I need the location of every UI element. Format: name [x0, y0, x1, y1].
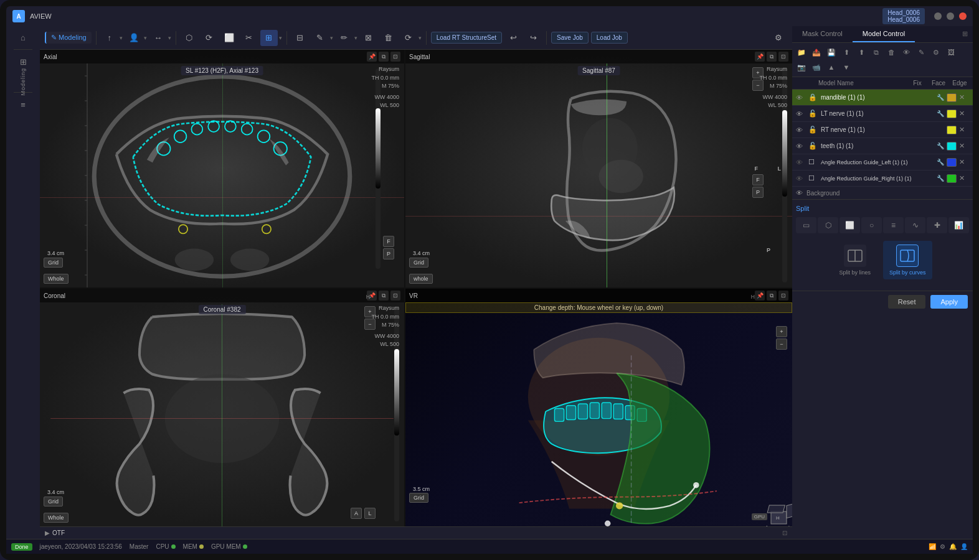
vr-grid-btn[interactable]: Grid	[409, 493, 428, 503]
model-control-tab[interactable]: Model Control	[853, 26, 915, 42]
model-item-angle-right[interactable]: 👁 ☐ Angle Reduction Guide_Right (1) (1) …	[792, 170, 973, 187]
teeth-del-icon[interactable]: ✕	[959, 142, 969, 150]
close-button[interactable]	[959, 12, 967, 20]
split-by-curves-btn[interactable]: Split by curves	[883, 241, 932, 279]
axial-expand-icon[interactable]: ⊡	[390, 52, 400, 62]
mt-eye-btn[interactable]: 👁	[899, 45, 913, 59]
split-tool-8[interactable]: 📊	[948, 217, 969, 233]
sagittal-viewport[interactable]: Sagittal 📌 ⧉ ⊡ Sagittal #87 Raysum TH 0.…	[405, 50, 792, 287]
split-tool-7[interactable]: ✚	[927, 217, 947, 233]
panel-expand-icon[interactable]: ⊞	[957, 26, 973, 42]
model-item-teeth[interactable]: 👁 🔓 teeth (1) (1) 🔧 ✕	[792, 138, 973, 154]
axial-nav-f-btn[interactable]: F	[383, 236, 394, 247]
redo-btn[interactable]: ↪	[524, 30, 542, 46]
rt-nerve-del-icon[interactable]: ✕	[959, 126, 969, 134]
mt-video-btn[interactable]: 📹	[810, 60, 823, 74]
axial-whole-btn[interactable]: Whole	[44, 274, 69, 284]
split-tool-5[interactable]: ≡	[883, 217, 904, 233]
load-rt-btn[interactable]: Load RT StructureSet	[431, 32, 502, 44]
modeler-tab[interactable]: ✎ Modeling	[45, 32, 92, 44]
mt-delete-btn[interactable]: 🗑	[884, 45, 898, 59]
mandible-del-icon[interactable]: ✕	[959, 93, 969, 101]
reset-button[interactable]: Reset	[888, 295, 926, 309]
rt-nerve-lock-icon[interactable]: 🔓	[808, 126, 818, 134]
rt-nerve-visible-icon[interactable]: 👁	[796, 126, 806, 134]
rt-nerve-color[interactable]	[947, 126, 957, 134]
toolbar-delete-btn[interactable]: 🗑	[380, 30, 397, 46]
axial-viewport[interactable]: Axial 📌 ⧉ ⊡ SL #123 (H2F), Axial #123 Ra…	[40, 50, 404, 287]
model-item-angle-left[interactable]: 👁 ☐ Angle Reduction Guide_Left (1) (1) 🔧…	[792, 154, 973, 170]
angle-left-checkbox[interactable]: ☐	[808, 158, 818, 166]
vr-pin-icon[interactable]: 📌	[755, 291, 765, 301]
coronal-nav-l-btn[interactable]: L	[364, 508, 376, 519]
coronal-nav-a-btn[interactable]: A	[351, 508, 362, 519]
mandible-color[interactable]	[947, 93, 957, 102]
split-tool-2[interactable]: ⬡	[818, 217, 838, 233]
teeth-lock-icon[interactable]: 🔓	[808, 142, 818, 150]
toolbar-move-dropdown-icon[interactable]: ▾	[168, 35, 171, 41]
load-job-btn[interactable]: Load Job	[591, 32, 628, 44]
toolbar-settings-btn[interactable]: ⚙	[770, 30, 787, 46]
angle-right-checkbox[interactable]: ☐	[808, 174, 818, 182]
mandible-lock-icon[interactable]: 🔒	[808, 93, 818, 101]
vr-nav-cube[interactable]: H A L	[765, 499, 787, 521]
mt-settings-btn[interactable]: ⚙	[929, 45, 943, 59]
lt-nerve-fix-icon[interactable]: 🔧	[937, 110, 944, 117]
teeth-visible-icon[interactable]: 👁	[796, 142, 806, 150]
sagittal-grid-btn[interactable]: Grid	[409, 258, 428, 268]
angle-left-fix-icon[interactable]: 🔧	[937, 159, 944, 166]
maximize-button[interactable]	[947, 12, 954, 20]
sidebar-home-icon[interactable]: ⌂	[12, 29, 34, 46]
mt-edit-btn[interactable]: ✎	[914, 45, 928, 59]
axial-pin-icon[interactable]: 📌	[367, 52, 377, 62]
lt-nerve-lock-icon[interactable]: 🔓	[808, 110, 818, 118]
angle-left-del-icon[interactable]: ✕	[959, 158, 969, 166]
otf-expand-icon[interactable]: ⊡	[782, 530, 787, 536]
vr-viewport[interactable]: Change depth: Mouse wheel or key (up, do…	[405, 289, 792, 526]
status-bell-icon[interactable]: 🔔	[949, 543, 957, 550]
mandible-visible-icon[interactable]: 👁	[796, 94, 806, 101]
sagittal-nav-p2-btn[interactable]: P	[752, 187, 764, 198]
minimize-button[interactable]	[934, 12, 942, 20]
mt-up2-btn[interactable]: ⬆	[854, 45, 868, 59]
mt-new-btn[interactable]: 📁	[795, 45, 808, 59]
angle-right-visible-icon[interactable]: 👁	[796, 175, 806, 182]
status-settings-icon[interactable]: ⚙	[940, 543, 945, 550]
sidebar-modeler-icon[interactable]: Modeling	[12, 72, 34, 89]
sagittal-pin-icon[interactable]: 📌	[755, 52, 765, 62]
user-badge[interactable]: Head_0006 Head_0006	[882, 8, 925, 24]
toolbar-segment-btn[interactable]: ⬡	[181, 30, 198, 46]
mt-copy-btn[interactable]: ⧉	[869, 45, 883, 59]
coronal-grid-btn[interactable]: Grid	[44, 497, 63, 506]
split-tool-1[interactable]: ▭	[796, 217, 816, 233]
vr-scroll-up-btn[interactable]: +	[776, 326, 787, 337]
split-tool-3[interactable]: ⬜	[839, 217, 860, 233]
mt-up-btn[interactable]: ⬆	[839, 45, 853, 59]
toolbar-pen-btn[interactable]: ✎	[311, 30, 329, 46]
toolbar-eraser-btn[interactable]: ✏	[336, 30, 353, 46]
toolbar-grid-dropdown-icon[interactable]: ▾	[279, 35, 282, 41]
toolbar-magic-btn[interactable]: ⊠	[360, 30, 377, 46]
sidebar-tools-icon[interactable]: ≡	[12, 96, 34, 113]
toolbar-move-btn[interactable]: ↔	[149, 30, 167, 46]
axial-grid-btn[interactable]: Grid	[44, 258, 63, 268]
angle-right-color[interactable]	[947, 174, 957, 183]
toolbar-transform-dropdown-icon[interactable]: ▾	[419, 35, 422, 41]
teeth-fix-icon[interactable]: 🔧	[937, 142, 944, 149]
axial-copy-icon[interactable]: ⧉	[379, 52, 389, 62]
background-visible-icon[interactable]: 👁	[796, 189, 803, 197]
mask-control-tab[interactable]: Mask Control	[792, 26, 853, 42]
coronal-pin-icon[interactable]: 📌	[367, 291, 377, 301]
coronal-whole-btn[interactable]: Whole	[44, 513, 69, 523]
save-job-btn[interactable]: Save Job	[551, 32, 589, 44]
angle-right-fix-icon[interactable]: 🔧	[937, 175, 944, 182]
status-user-icon[interactable]: 👤	[960, 543, 968, 550]
coronal-viewport[interactable]: Coronal 📌 ⧉ ⊡ Coronal #382 Raysum TH 0.0…	[40, 289, 404, 526]
vr-expand-icon[interactable]: ⊡	[778, 291, 788, 301]
toolbar-eraser-dropdown-icon[interactable]: ▾	[354, 35, 357, 41]
mt-export-btn[interactable]: 📤	[810, 45, 823, 59]
toolbar-user-dropdown-icon[interactable]: ▾	[144, 35, 147, 41]
sagittal-whole-btn[interactable]: whole	[409, 274, 433, 284]
toolbar-layout-btn[interactable]: ⬜	[220, 30, 238, 46]
split-tool-4[interactable]: ○	[861, 217, 882, 233]
